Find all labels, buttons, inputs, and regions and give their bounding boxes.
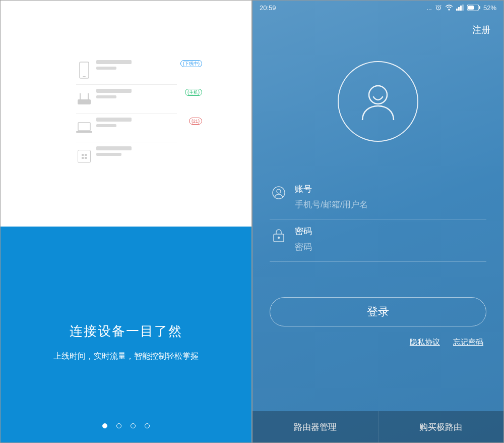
router-manage-button[interactable]: 路由器管理 (253, 411, 378, 442)
svg-rect-2 (78, 99, 91, 104)
svg-rect-1 (83, 76, 86, 77)
bottom-bar: 路由器管理 购买极路由 (253, 411, 503, 442)
page-dot[interactable] (145, 423, 150, 428)
battery-icon (467, 5, 480, 11)
account-label: 账号 (295, 183, 486, 195)
battery-percent: 52% (483, 4, 496, 12)
svg-rect-19 (479, 6, 480, 9)
svg-rect-7 (82, 154, 84, 156)
svg-rect-5 (78, 123, 90, 131)
router-icon (76, 89, 92, 109)
svg-point-24 (278, 237, 280, 239)
status-bar: 20:59 ... 52% (253, 1, 503, 15)
svg-point-12 (449, 9, 450, 10)
onboarding-illustration: (下线中) (主机) (21) (1, 1, 251, 227)
device-tag: (主机) (185, 89, 202, 96)
signal-icon (456, 5, 464, 11)
svg-rect-18 (468, 6, 474, 10)
device-tag: (下线中) (180, 60, 202, 67)
user-icon (270, 183, 288, 199)
svg-rect-13 (456, 9, 458, 11)
device-row-phone: (下线中) (76, 56, 177, 84)
page-dots (102, 423, 150, 428)
login-button[interactable]: 登录 (270, 297, 486, 326)
onboarding-subtitle: 上线时间，实时流量，智能控制轻松掌握 (53, 351, 199, 362)
forgot-password-link[interactable]: 忘记密码 (453, 338, 483, 346)
account-field: 账号 (270, 177, 486, 219)
alarm-icon (435, 4, 442, 11)
device-row-laptop: (21) (76, 113, 177, 142)
svg-rect-16 (462, 5, 464, 11)
register-link[interactable]: 注册 (472, 25, 490, 35)
device-row-app (76, 142, 177, 171)
svg-rect-6 (76, 131, 92, 133)
avatar-placeholder (338, 61, 418, 142)
more-icon: ... (426, 4, 432, 12)
account-input[interactable] (295, 200, 486, 210)
page-dot[interactable] (102, 423, 107, 428)
onboarding-panel: (下线中) (主机) (21) (0, 0, 252, 443)
onboarding-caption: 连接设备一目了然 上线时间，实时流量，智能控制轻松掌握 (1, 227, 251, 442)
svg-rect-14 (458, 7, 460, 11)
svg-point-22 (277, 189, 281, 193)
wifi-icon (445, 5, 453, 11)
phone-icon (76, 60, 92, 80)
svg-rect-8 (85, 154, 87, 156)
app-icon (76, 146, 92, 167)
svg-rect-15 (460, 6, 462, 11)
onboarding-title: 连接设备一目了然 (70, 322, 182, 340)
svg-point-20 (369, 86, 387, 104)
password-field: 密码 (270, 219, 486, 262)
svg-rect-9 (82, 157, 84, 159)
password-input[interactable] (295, 242, 486, 252)
buy-router-button[interactable]: 购买极路由 (378, 411, 504, 442)
privacy-link[interactable]: 隐私协议 (410, 338, 440, 346)
password-label: 密码 (295, 226, 486, 237)
lock-icon (270, 226, 288, 243)
device-tag: (21) (189, 118, 202, 125)
page-dot[interactable] (131, 423, 136, 428)
laptop-icon (76, 118, 92, 138)
svg-rect-10 (85, 157, 87, 159)
page-dot[interactable] (116, 423, 121, 428)
device-row-router: (主机) (76, 84, 177, 113)
svg-rect-0 (80, 62, 89, 78)
status-time: 20:59 (260, 4, 276, 12)
login-panel: 20:59 ... 52% 注册 账号 (252, 0, 504, 443)
